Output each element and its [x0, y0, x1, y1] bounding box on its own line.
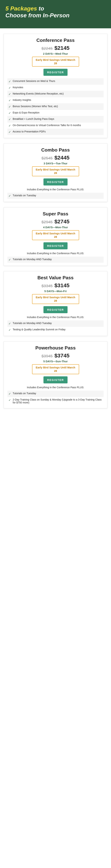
feature-text: 2-Day Training Class on Sunday & Monday … [13, 398, 103, 404]
price-old-conference: $2245 [42, 46, 52, 51]
check-icon: ✓ [8, 258, 11, 261]
price-new-powerhouse: $3745 [54, 352, 69, 359]
list-item: ✓Tutorials on Monday AND Tuesday [7, 320, 104, 327]
check-icon: ✓ [8, 111, 11, 115]
check-icon: ✓ [8, 99, 11, 102]
feature-text: Access to Presentation PDFs [13, 130, 46, 133]
feature-text: Networking Events (Welcome Reception, et… [13, 92, 64, 95]
days-label-bestvalue: 5 DAYS—Mon-Fri [7, 289, 104, 292]
feature-text: Tutorials on Monday AND Tuesday [13, 258, 52, 261]
early-bird-powerhouse: Early Bird Savings Until March 28 [32, 364, 79, 374]
check-icon: ✓ [8, 80, 11, 83]
list-item: ✓Tutorials on Monday AND Tuesday [7, 256, 104, 263]
days-label-conference: 2 DAYS—Wed-Thur [7, 52, 104, 55]
feature-text: Keynotes [13, 86, 23, 89]
list-item: ✓Concurrent Sessions on Wed & Thurs [7, 78, 104, 85]
price-old-super: $2945 [42, 220, 52, 224]
early-bird-combo: Early Bird Savings Until March 28 [32, 166, 79, 176]
price-old-powerhouse: $3945 [42, 354, 52, 358]
days-label-powerhouse: 5 DAYS—Sun-Thur [7, 360, 104, 363]
feature-text: On-Demand Access to Virtual Conference T… [13, 124, 81, 127]
price-new-bestvalue: $3145 [54, 282, 69, 288]
check-icon: ✓ [8, 328, 11, 332]
feature-text: Concurrent Sessions on Wed & Thurs [13, 80, 55, 83]
feature-list-conference: ✓Concurrent Sessions on Wed & Thurs✓Keyn… [7, 78, 104, 135]
feature-list-combo: ✓Tutorials on Tuesday [7, 193, 104, 199]
passes-container: Conference Pass$2245$21452 DAYS—Wed-Thur… [0, 34, 111, 408]
feature-text: Expo & Expo Reception [13, 111, 40, 114]
check-icon: ✓ [8, 392, 11, 396]
early-bird-super: Early Bird Savings Until March 28 [32, 230, 79, 240]
feature-text: Tutorials on Tuesday [13, 392, 36, 395]
feature-list-super: ✓Tutorials on Monday AND Tuesday [7, 256, 104, 263]
pass-title-combo: Combo Pass [7, 147, 104, 153]
check-icon: ✓ [8, 322, 11, 325]
check-icon: ✓ [8, 398, 11, 402]
days-label-super: 4 DAYS—Mon-Thur [7, 226, 104, 229]
feature-text: Industry Insights [13, 98, 31, 101]
price-new-conference: $2145 [54, 45, 69, 51]
feature-text: Testing & Quality Leadership Summit on F… [13, 328, 66, 331]
includes-label-bestvalue: Includes Everything in the Conference Pa… [7, 316, 104, 319]
early-bird-conference: Early Bird Savings Until March 28 [32, 57, 79, 67]
check-icon: ✓ [8, 118, 11, 121]
pass-title-powerhouse: Powerhouse Pass [7, 345, 104, 351]
list-item: ✓Keynotes [7, 85, 104, 91]
pass-title-super: Super Pass [7, 211, 104, 217]
register-button-bestvalue[interactable]: REGISTER [43, 306, 68, 313]
price-row-powerhouse: $3945$3745 [7, 352, 104, 359]
feature-list-powerhouse: ✓Tutorials on Tuesday✓2-Day Training Cla… [7, 391, 104, 405]
check-icon: ✓ [8, 194, 11, 197]
price-row-combo: $2545$2445 [7, 155, 104, 161]
list-item: ✓Expo & Expo Reception [7, 110, 104, 116]
feature-text: Bonus Sessions (Women Who Test, etc) [13, 105, 58, 108]
feature-text: Tutorials on Monday AND Tuesday [13, 322, 52, 324]
price-new-super: $2745 [54, 218, 69, 224]
check-icon: ✓ [8, 92, 11, 96]
includes-label-combo: Includes Everything in the Conference Pa… [7, 188, 104, 191]
price-old-bestvalue: $3345 [42, 284, 52, 288]
list-item: ✓Tutorials on Tuesday [7, 391, 104, 397]
check-icon: ✓ [8, 105, 11, 108]
list-item: ✓Access to Presentation PDFs [7, 129, 104, 135]
list-item: ✓Bonus Sessions (Women Who Test, etc) [7, 103, 104, 110]
register-button-powerhouse[interactable]: REGISTER [43, 376, 68, 383]
includes-label-powerhouse: Includes Everything in the Conference Pa… [7, 386, 104, 389]
feature-text: Tutorials on Tuesday [13, 194, 36, 197]
price-new-combo: $2445 [54, 155, 69, 161]
price-row-conference: $2245$2145 [7, 45, 104, 51]
days-label-combo: 3 DAYS—Tue-Thur [7, 162, 104, 165]
pass-card-combo: Combo Pass$2545$24453 DAYS—Tue-ThurEarly… [4, 144, 107, 202]
pass-card-bestvalue: Best Value Pass$3345$31455 DAYS—Mon-FriE… [4, 271, 107, 336]
price-row-bestvalue: $3345$3145 [7, 282, 104, 288]
list-item: ✓Breakfast + Lunch During Pass Days [7, 116, 104, 123]
register-button-conference[interactable]: REGISTER [43, 69, 68, 76]
pass-card-powerhouse: Powerhouse Pass$3945$37455 DAYS—Sun-Thur… [4, 341, 107, 408]
includes-label-super: Includes Everything in the Conference Pa… [7, 252, 104, 255]
list-item: ✓Testing & Quality Leadership Summit on … [7, 327, 104, 333]
check-icon: ✓ [8, 86, 11, 90]
register-button-super[interactable]: REGISTER [43, 242, 68, 249]
header-section: 5 Packages toChoose from In-Person [0, 0, 111, 23]
feature-text: Breakfast + Lunch During Pass Days [13, 118, 54, 120]
pass-card-super: Super Pass$2945$27454 DAYS—Mon-ThurEarly… [4, 207, 107, 266]
list-item: ✓On-Demand Access to Virtual Conference … [7, 123, 104, 129]
early-bird-bestvalue: Early Bird Savings Until March 28 [32, 294, 79, 304]
check-icon: ✓ [8, 130, 11, 134]
feature-list-bestvalue: ✓Tutorials on Monday AND Tuesday✓Testing… [7, 320, 104, 333]
pass-title-bestvalue: Best Value Pass [7, 275, 104, 281]
list-item: ✓Tutorials on Tuesday [7, 193, 104, 199]
pass-title-conference: Conference Pass [7, 37, 104, 43]
check-icon: ✓ [8, 124, 11, 127]
price-row-super: $2945$2745 [7, 218, 104, 225]
list-item: ✓Networking Events (Welcome Reception, e… [7, 91, 104, 97]
header-title: 5 Packages toChoose from In-Person [5, 5, 106, 19]
register-button-combo[interactable]: REGISTER [43, 179, 68, 185]
pass-card-conference: Conference Pass$2245$21452 DAYS—Wed-Thur… [4, 34, 107, 138]
list-item: ✓Industry Insights [7, 97, 104, 103]
header-title-yellow: 5 Packages [5, 5, 37, 12]
price-old-combo: $2545 [42, 156, 52, 160]
header-arrow [0, 23, 111, 28]
list-item: ✓2-Day Training Class on Sunday & Monday… [7, 397, 104, 405]
